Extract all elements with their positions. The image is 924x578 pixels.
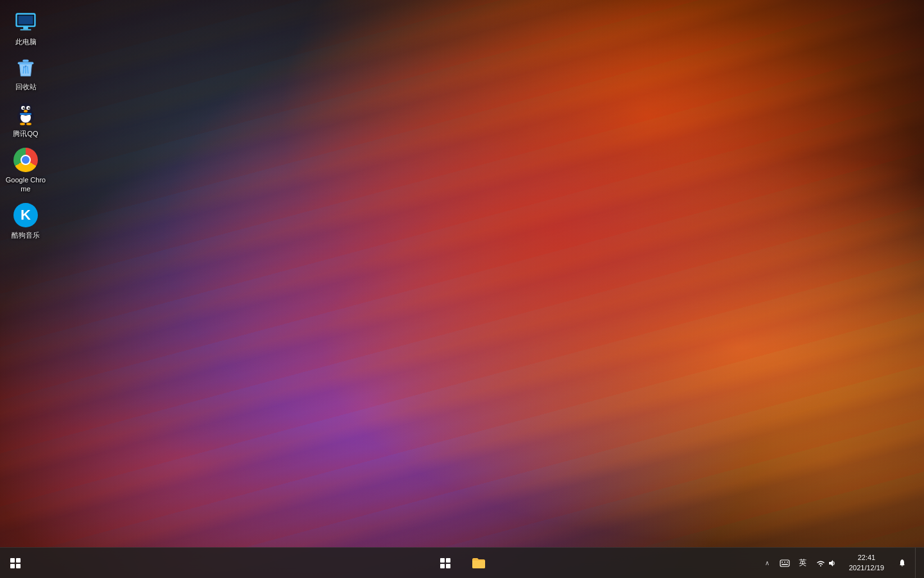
qq-icon — [13, 101, 38, 127]
svg-rect-2 — [19, 16, 33, 24]
svg-rect-5 — [18, 62, 34, 65]
svg-rect-6 — [22, 60, 29, 62]
language-indicator[interactable]: 英 — [796, 548, 809, 578]
start-button[interactable] — [0, 548, 31, 579]
chrome-icon — [13, 147, 38, 173]
language-label: 英 — [799, 557, 807, 568]
svg-point-16 — [28, 107, 30, 109]
svg-rect-23 — [784, 561, 785, 563]
notification-button[interactable] — [892, 548, 912, 579]
svg-rect-20 — [20, 113, 31, 115]
desktop-icon-kuwo-label: 酷狗音乐 — [12, 231, 40, 240]
taskbar-windows-icon — [440, 558, 450, 568]
clock-date: 2021/12/19 — [849, 563, 884, 573]
desktop-icon-mycomputer[interactable]: 此电脑 — [2, 6, 50, 50]
input-method-icon — [780, 558, 790, 568]
svg-rect-3 — [23, 27, 28, 30]
taskbar-right: ∧ 英 — [761, 548, 924, 578]
svg-marker-26 — [829, 560, 833, 566]
desktop-icon-recycle-label: 回收站 — [15, 82, 37, 91]
svg-point-19 — [26, 123, 31, 125]
desktop-icon-qq[interactable]: 腾讯QQ — [2, 97, 50, 142]
svg-rect-22 — [782, 561, 783, 563]
svg-rect-4 — [20, 29, 31, 30]
network-icon — [816, 558, 826, 568]
kuwo-icon: K — [13, 202, 38, 228]
svg-rect-21 — [780, 560, 789, 566]
windows-logo-icon — [10, 558, 21, 568]
svg-point-18 — [20, 123, 25, 125]
folder-icon — [471, 556, 486, 571]
svg-rect-24 — [787, 561, 788, 563]
notification-icon — [898, 559, 907, 568]
tray-system-icons[interactable] — [812, 548, 841, 578]
svg-rect-25 — [782, 564, 788, 565]
desktop-icon-chrome[interactable]: Google Chrome — [2, 143, 50, 198]
recycle-icon — [13, 55, 38, 80]
desktop-icon-kuwo[interactable]: K 酷狗音乐 — [2, 198, 50, 243]
svg-point-15 — [23, 107, 25, 109]
taskbar-left — [0, 548, 31, 579]
wallpaper-overlay — [0, 0, 924, 578]
desktop-icon-qq-label: 腾讯QQ — [13, 129, 38, 138]
show-desktop-button[interactable] — [915, 548, 919, 579]
desktop-icons: 此电脑 回收站 — [0, 0, 51, 245]
taskbar-fileexplorer-button[interactable] — [463, 548, 494, 579]
tray-icons-area[interactable] — [776, 548, 794, 578]
clock-time: 22:41 — [858, 553, 876, 563]
taskbar-center-icons — [430, 548, 494, 579]
taskbar-start-center-button[interactable] — [430, 548, 461, 579]
desktop-icon-chrome-label: Google Chrome — [4, 175, 47, 194]
taskbar: ∧ 英 — [0, 547, 924, 578]
desktop: 此电脑 回收站 — [0, 0, 924, 578]
monitor-icon — [13, 10, 38, 35]
volume-icon — [827, 558, 837, 568]
svg-point-17 — [24, 110, 28, 112]
chevron-up-icon: ∧ — [765, 559, 769, 566]
clock-display[interactable]: 22:41 2021/12/19 — [844, 548, 889, 578]
tray-chevron-button[interactable]: ∧ — [761, 548, 773, 578]
svg-line-9 — [28, 66, 28, 73]
desktop-icon-recycle[interactable]: 回收站 — [2, 51, 50, 95]
desktop-icon-mycomputer-label: 此电脑 — [15, 37, 37, 46]
